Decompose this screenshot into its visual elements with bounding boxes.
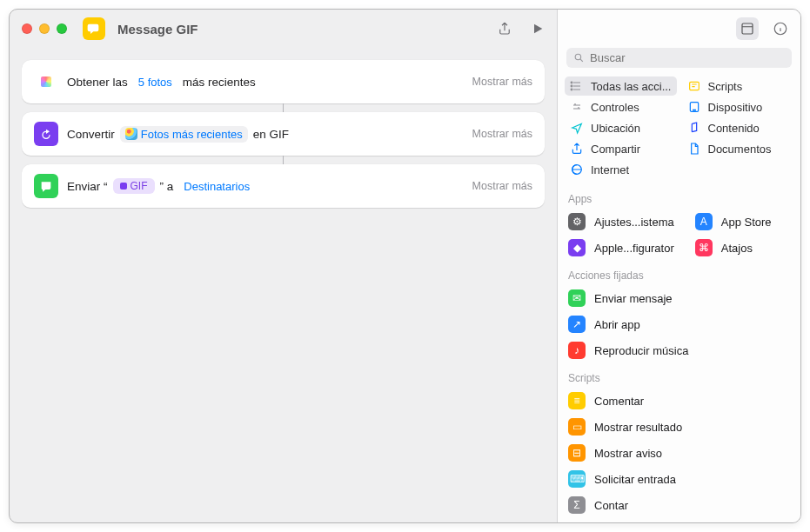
- scripts-item[interactable]: Σ Contar: [558, 492, 800, 518]
- action-get-photos[interactable]: Obtener las 5 fotos más recientes Mostra…: [22, 60, 545, 103]
- scripts-item[interactable]: ▭ Mostrar resultado: [558, 414, 800, 440]
- gif-convert-icon: [34, 122, 58, 146]
- library-tab-button[interactable]: [736, 17, 759, 40]
- text: Obtener las: [67, 76, 128, 89]
- row-icon: ✉︎: [568, 289, 586, 307]
- category-label: Internet: [591, 163, 629, 176]
- input-token[interactable]: Fotos más recientes: [120, 126, 248, 143]
- gif-mini-icon: [120, 183, 127, 190]
- category-label: Ubicación: [591, 122, 640, 135]
- row-label: Apple...figurator: [594, 242, 674, 255]
- category-internet[interactable]: Internet: [565, 160, 677, 179]
- category-all[interactable]: Todas las acci...: [565, 76, 677, 96]
- category-content[interactable]: Contenido: [682, 118, 794, 137]
- action-text: Enviar “ GIF ” a Destinatarios: [67, 178, 255, 195]
- row-icon: ◆: [568, 239, 586, 256]
- category-device[interactable]: Dispositivo: [682, 97, 794, 116]
- internet-icon: [570, 163, 584, 176]
- section-scripts-label: Scripts: [558, 363, 800, 388]
- action-convert-gif[interactable]: Convertir Fotos más recientes en GIF Mos…: [22, 112, 545, 156]
- search-icon: [573, 52, 585, 63]
- category-controls[interactable]: Controles: [565, 97, 677, 116]
- action-text: Obtener las 5 fotos más recientes: [67, 74, 256, 90]
- row-icon: Σ: [568, 496, 586, 514]
- text: en GIF: [253, 128, 289, 141]
- text: ” a: [160, 180, 174, 193]
- category-scripts[interactable]: Scripts: [682, 76, 794, 96]
- content-icon: [687, 121, 701, 135]
- category-docs[interactable]: Documentos: [682, 139, 794, 158]
- row-icon: ↗︎: [568, 316, 586, 333]
- library-toolbar: [558, 10, 800, 48]
- messages-icon: [34, 174, 58, 198]
- row-icon: ⌨︎: [568, 470, 586, 488]
- row-label: Mostrar resultado: [594, 421, 682, 434]
- window-controls: [22, 23, 67, 34]
- shortcut-app-icon: [83, 17, 105, 40]
- photo-count-token[interactable]: 5 fotos: [133, 74, 177, 90]
- section-apps-label: Apps: [558, 184, 800, 209]
- row-label: Abrir app: [594, 318, 640, 331]
- pinned-item[interactable]: ✉︎ Enviar mensaje: [558, 285, 800, 311]
- photos-mini-icon: [125, 128, 137, 140]
- svg-point-3: [571, 82, 572, 83]
- row-label: App Store: [721, 216, 772, 229]
- svg-point-2: [575, 54, 581, 59]
- action-send-message[interactable]: Enviar “ GIF ” a Destinatarios Mostrar m…: [22, 164, 545, 208]
- photos-icon: [34, 70, 58, 94]
- svg-rect-6: [689, 82, 699, 90]
- row-label: Enviar mensaje: [594, 292, 673, 305]
- category-label: Documentos: [708, 143, 772, 156]
- titlebar: Message GIF: [10, 10, 557, 48]
- row-label: Atajos: [721, 242, 753, 255]
- row-icon: ⚙︎: [568, 213, 586, 230]
- apps-item[interactable]: ◆ Apple...figurator: [558, 235, 685, 261]
- workflow-canvas: Obtener las 5 fotos más recientes Mostra…: [10, 48, 557, 222]
- row-label: Mostrar aviso: [594, 447, 662, 460]
- row-label: Reproducir música: [594, 344, 688, 357]
- svg-rect-0: [742, 23, 753, 34]
- section-pinned-label: Acciones fijadas: [558, 261, 800, 285]
- recipients-token[interactable]: Destinatarios: [178, 178, 255, 195]
- scripts-item[interactable]: ≡ Comentar: [558, 388, 800, 414]
- action-text: Convertir Fotos más recientes en GIF: [67, 126, 289, 143]
- row-label: Comentar: [594, 395, 644, 408]
- show-more-button[interactable]: Mostrar más: [472, 128, 532, 140]
- row-label: Contar: [594, 499, 628, 512]
- category-grid: Todas las acci... Scripts Controles Disp…: [558, 73, 800, 184]
- show-more-button[interactable]: Mostrar más: [472, 180, 532, 192]
- share-button[interactable]: [496, 20, 513, 37]
- category-label: Compartir: [591, 143, 640, 156]
- show-more-button[interactable]: Mostrar más: [472, 76, 532, 88]
- toggle-icon: [570, 100, 584, 114]
- category-label: Controles: [591, 101, 639, 114]
- row-icon: ♪: [568, 342, 586, 359]
- row-icon: ⊟: [568, 444, 586, 462]
- category-label: Contenido: [708, 122, 760, 135]
- apps-item[interactable]: ⚙︎ Ajustes...istema: [558, 209, 685, 235]
- search-field[interactable]: [566, 48, 792, 68]
- pinned-item[interactable]: ♪ Reproducir música: [558, 337, 800, 363]
- close-window-button[interactable]: [22, 23, 32, 34]
- text: más recientes: [183, 76, 256, 89]
- scripts-item[interactable]: ⌨︎ Solicitar entrada: [558, 466, 800, 492]
- location-icon: [570, 121, 584, 135]
- device-icon: [687, 100, 701, 114]
- apps-item[interactable]: ⌘ Atajos: [685, 235, 800, 261]
- category-share[interactable]: Compartir: [565, 139, 677, 158]
- gif-token[interactable]: GIF: [113, 178, 155, 194]
- pinned-item[interactable]: ↗︎ Abrir app: [558, 311, 800, 337]
- category-location[interactable]: Ubicación: [565, 118, 677, 137]
- apps-item[interactable]: A App Store: [685, 209, 800, 235]
- run-button[interactable]: [529, 20, 546, 37]
- row-icon: A: [695, 213, 713, 230]
- svg-point-4: [571, 85, 572, 87]
- info-button[interactable]: [769, 17, 792, 40]
- minimize-window-button[interactable]: [39, 23, 50, 34]
- zoom-window-button[interactable]: [57, 23, 67, 34]
- scripts-item[interactable]: ⊟ Mostrar aviso: [558, 440, 800, 466]
- search-input[interactable]: [590, 51, 785, 64]
- row-label: Ajustes...istema: [594, 216, 674, 229]
- scripts-item[interactable]: ☰ Seleccionar del menú: [558, 518, 800, 522]
- row-icon: ▭: [568, 418, 586, 436]
